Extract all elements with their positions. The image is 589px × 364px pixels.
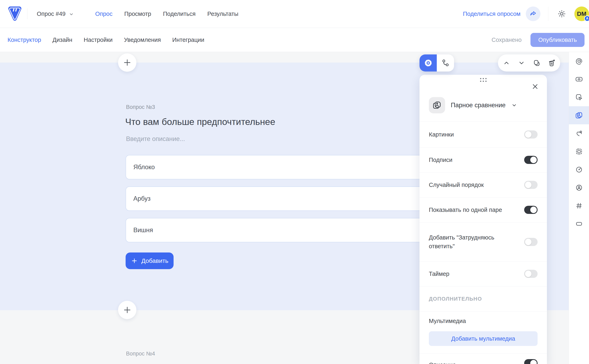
hard-to-answer-toggle[interactable] — [524, 238, 538, 246]
question-toolbar-left — [419, 54, 454, 72]
question-type-sidebar — [569, 52, 589, 364]
logic-branch-icon — [441, 59, 450, 67]
top-header: Опрос #49 Опрос Просмотр Поделиться Резу… — [0, 0, 589, 28]
description-row: Описание — [419, 353, 547, 364]
one-pair-toggle[interactable] — [524, 206, 538, 214]
next-question-number-label: Вопрос №4 — [126, 351, 155, 357]
at-sign-icon — [575, 58, 583, 65]
description-toggle[interactable] — [524, 359, 538, 364]
toggle-row-hard-to-answer: Добавить "Затрудняюсь ответить" — [419, 222, 547, 261]
scale-card-icon — [575, 76, 583, 83]
tab-constructor[interactable]: Конструктор — [7, 37, 41, 43]
button-field-icon — [575, 220, 583, 228]
tab-integrations[interactable]: Интеграции — [172, 37, 204, 43]
toggle-label: Подписи — [429, 156, 452, 164]
type-item-at-sign[interactable] — [569, 52, 589, 70]
add-multimedia-button[interactable]: Добавить мультимедиа — [429, 331, 538, 346]
header-divider — [27, 8, 27, 19]
app-logo[interactable] — [8, 6, 22, 22]
type-item-click-select[interactable] — [569, 88, 589, 106]
random-order-toggle[interactable] — [524, 181, 538, 189]
close-icon — [531, 83, 539, 90]
add-question-below-button[interactable] — [118, 301, 136, 319]
move-question-up-button[interactable] — [500, 57, 513, 70]
plus-icon — [131, 257, 138, 264]
person-icon — [575, 184, 583, 191]
question-toolbar-right — [498, 54, 560, 72]
number-hash-icon — [575, 202, 583, 209]
share-survey-button[interactable] — [526, 6, 540, 21]
nav-item-results[interactable]: Результаты — [207, 11, 238, 17]
theme-toggle-button[interactable] — [556, 8, 568, 20]
duplicate-question-button[interactable] — [530, 57, 543, 70]
pair-comparison-icon — [575, 111, 583, 119]
type-item-button-field[interactable] — [569, 215, 589, 233]
panel-close-button[interactable] — [531, 82, 540, 91]
tab-notifications[interactable]: Уведомления — [124, 37, 161, 43]
pair-comparison-icon — [432, 101, 441, 110]
header-right: Поделиться опросом DM A — [463, 6, 589, 21]
description-label: Описание — [429, 359, 456, 364]
chevron-up-icon — [503, 59, 510, 66]
plus-icon — [123, 58, 132, 67]
chevron-down-icon — [518, 59, 525, 66]
type-item-shape-like[interactable] — [569, 124, 589, 142]
toggle-row-timer: Таймер — [419, 261, 547, 286]
question-logic-button[interactable] — [437, 54, 454, 72]
move-question-down-button[interactable] — [515, 57, 528, 70]
question-settings-button[interactable] — [419, 54, 437, 72]
delete-icon — [548, 59, 556, 67]
settings-icon — [424, 59, 432, 67]
add-question-above-button[interactable] — [118, 53, 136, 72]
option-input-2[interactable]: Арбуз — [126, 187, 437, 211]
nav-item-preview[interactable]: Просмотр — [124, 11, 151, 17]
delete-question-button[interactable] — [545, 57, 558, 70]
type-item-number[interactable] — [569, 197, 589, 215]
type-item-gauge[interactable] — [569, 161, 589, 179]
survey-top-nav: Опрос Просмотр Поделиться Результаты — [95, 11, 238, 17]
timer-toggle[interactable] — [524, 270, 538, 278]
gauge-icon — [575, 166, 583, 173]
additional-section-header: ДОПОЛНИТЕЛЬНО — [419, 286, 547, 311]
shape-like-icon — [575, 130, 583, 137]
add-option-button[interactable]: Добавить — [126, 253, 174, 269]
option-input-1[interactable]: Яблоко — [126, 155, 437, 179]
user-avatar[interactable]: DM A — [574, 6, 589, 21]
nav-item-share[interactable]: Поделиться — [163, 11, 196, 17]
images-toggle[interactable] — [524, 130, 538, 138]
toggle-label: Случайный порядок — [429, 181, 484, 189]
question-description-input[interactable]: Введите описание... — [126, 135, 185, 143]
type-item-person[interactable] — [569, 179, 589, 197]
panel-rows: Картинки Подписи Случайный порядок Показ… — [419, 122, 547, 364]
sun-icon — [557, 10, 566, 18]
tab-design[interactable]: Дизайн — [53, 37, 72, 43]
share-survey-link[interactable]: Поделиться опросом — [463, 11, 521, 17]
panel-drag-handle[interactable] — [480, 78, 487, 82]
chevron-down-icon — [69, 12, 74, 17]
survey-title-text: Опрос #49 — [37, 11, 66, 17]
publish-button[interactable]: Опубликовать — [530, 33, 584, 47]
captions-toggle[interactable] — [524, 156, 538, 164]
duplicate-icon — [533, 59, 540, 67]
multimedia-row: Мультимедиа Добавить мультимедиа — [419, 311, 547, 353]
survey-title-dropdown[interactable]: Опрос #49 — [37, 11, 74, 17]
tab-settings[interactable]: Настройки — [84, 37, 113, 43]
saved-status: Сохранено — [492, 37, 522, 43]
nav-item-survey[interactable]: Опрос — [95, 11, 113, 17]
toggle-label: Добавить "Затрудняюсь ответить" — [429, 233, 510, 250]
question-type-label: Парное сравнение — [451, 102, 505, 109]
section-header-label: ДОПОЛНИТЕЛЬНО — [429, 296, 482, 302]
add-option-label: Добавить — [141, 257, 168, 264]
toggle-label: Показывать по одной паре — [429, 206, 502, 214]
toggle-row-one-pair: Показывать по одной паре — [419, 197, 547, 222]
question-type-selector[interactable]: Парное сравнение — [429, 97, 517, 113]
question-type-icon-box — [429, 97, 445, 113]
type-item-pair-comparison[interactable] — [569, 106, 589, 124]
question-title-input[interactable]: Что вам больше предпочтительнее — [125, 117, 275, 127]
click-select-icon — [575, 94, 583, 101]
type-item-frame-capture[interactable] — [569, 142, 589, 161]
type-item-scale-card[interactable] — [569, 70, 589, 88]
question-number-label: Вопрос №3 — [126, 104, 155, 110]
frame-capture-icon — [575, 148, 583, 155]
option-input-3[interactable]: Вишня — [126, 218, 437, 242]
